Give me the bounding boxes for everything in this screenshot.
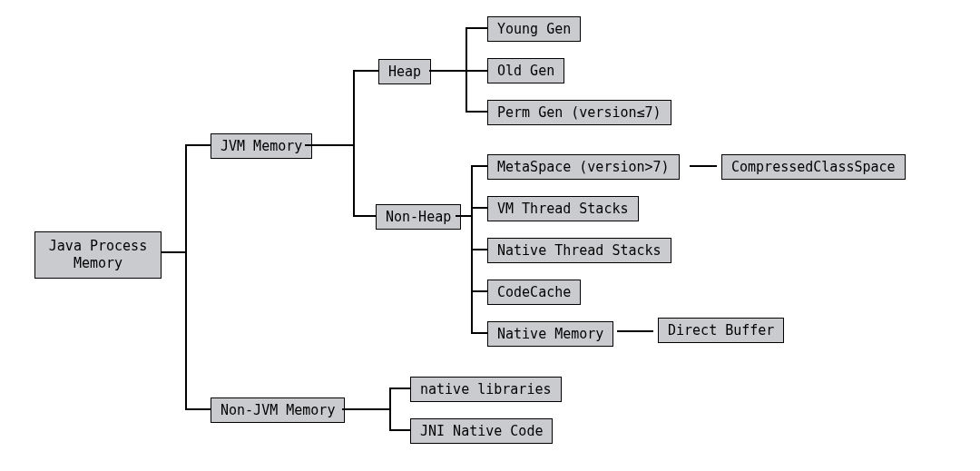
node-label: Direct Buffer <box>668 322 774 339</box>
node-old-gen: Old Gen <box>487 58 564 83</box>
node-native-memory: Native Memory <box>487 321 613 347</box>
node-label: native libraries <box>420 381 552 397</box>
node-vm-thread-stacks: VM Thread Stacks <box>487 196 639 221</box>
node-label: JNI Native Code <box>420 423 543 439</box>
node-label: Native Memory <box>497 326 603 342</box>
node-metaspace: MetaSpace (version>7) <box>487 154 680 180</box>
node-label: CodeCache <box>497 284 571 300</box>
node-codecache: CodeCache <box>487 280 581 305</box>
node-native-libraries: native libraries <box>410 377 562 402</box>
node-label: Young Gen <box>497 21 571 37</box>
node-label: Old Gen <box>497 63 554 79</box>
node-label: MetaSpace (version>7) <box>497 159 670 175</box>
node-jvm-memory: JVM Memory <box>211 133 312 159</box>
node-young-gen: Young Gen <box>487 16 581 42</box>
node-non-jvm-memory: Non-JVM Memory <box>211 397 345 423</box>
node-heap: Heap <box>378 59 431 84</box>
node-label: Java ProcessMemory <box>49 238 147 271</box>
node-label: JVM Memory <box>220 138 302 154</box>
node-label: Non-Heap <box>386 209 451 225</box>
node-perm-gen: Perm Gen (version≤7) <box>487 100 671 125</box>
node-native-thread-stacks: Native Thread Stacks <box>487 238 671 263</box>
node-compressed-class-space: CompressedClassSpace <box>721 154 906 180</box>
node-label: CompressedClassSpace <box>731 159 896 175</box>
node-label: Native Thread Stacks <box>497 242 662 259</box>
node-non-heap: Non-Heap <box>376 204 461 230</box>
node-direct-buffer: Direct Buffer <box>658 318 784 343</box>
node-jni-native-code: JNI Native Code <box>410 418 553 444</box>
node-label: Perm Gen (version≤7) <box>497 104 662 121</box>
node-label: Non-JVM Memory <box>220 402 335 418</box>
node-label: VM Thread Stacks <box>497 201 629 217</box>
node-java-process-memory: Java ProcessMemory <box>34 231 162 279</box>
node-label: Heap <box>388 64 421 80</box>
